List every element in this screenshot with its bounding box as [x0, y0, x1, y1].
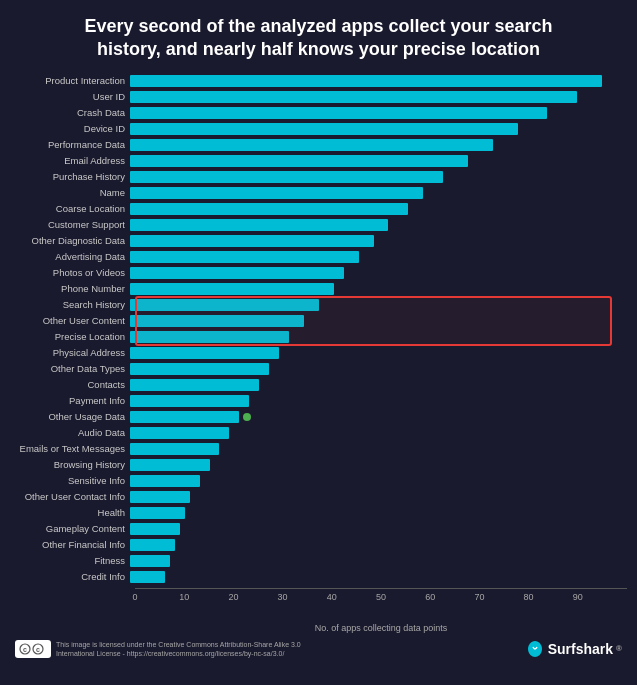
bar-fill: [130, 139, 493, 151]
bar-track: [130, 267, 627, 279]
bar-fill: [130, 507, 185, 519]
bar-fill: [130, 107, 547, 119]
bar-fill: [130, 363, 269, 375]
bar-fill: [130, 203, 408, 215]
bar-fill: [130, 91, 577, 103]
bar-fill: [130, 331, 289, 343]
bar-row: Email Address: [10, 154, 627, 168]
x-tick-label: 70: [474, 592, 484, 602]
bar-label: Product Interaction: [10, 75, 130, 86]
bar-row: Coarse Location: [10, 202, 627, 216]
bar-row: Advertising Data: [10, 250, 627, 264]
bar-row: Other User Content: [10, 314, 627, 328]
bar-track: [130, 539, 627, 551]
bar-track: [130, 107, 627, 119]
bar-row: Physical Address: [10, 346, 627, 360]
bar-track: [130, 475, 627, 487]
bar-fill: [130, 235, 374, 247]
bar-label: Purchase History: [10, 171, 130, 182]
bar-fill: [130, 395, 249, 407]
bar-label: Other Data Types: [10, 363, 130, 374]
title-line1: Every second of the analyzed apps collec…: [84, 16, 552, 36]
bar-fill: [130, 267, 344, 279]
bar-track: [130, 139, 627, 151]
x-tick-label: 90: [573, 592, 583, 602]
bar-label: User ID: [10, 91, 130, 102]
x-axis-title: No. of apps collecting data points: [135, 623, 627, 633]
surfshark-logo: Surfshark®: [525, 639, 622, 659]
bar-track: [130, 235, 627, 247]
bar-row: Credit Info: [10, 570, 627, 584]
bar-label: Contacts: [10, 379, 130, 390]
cc-icon: c c: [15, 640, 51, 658]
bar-fill: [130, 75, 602, 87]
bar-row: Emails or Text Messages: [10, 442, 627, 456]
bar-row: Device ID: [10, 122, 627, 136]
bar-label: Email Address: [10, 155, 130, 166]
bar-label: Precise Location: [10, 331, 130, 342]
bar-label: Physical Address: [10, 347, 130, 358]
brand-name: Surfshark: [548, 641, 613, 657]
bar-track: [130, 187, 627, 199]
bar-label: Other Usage Data: [10, 411, 130, 422]
bar-label: Gameplay Content: [10, 523, 130, 534]
x-tick-label: 60: [425, 592, 435, 602]
bar-label: Audio Data: [10, 427, 130, 438]
bar-label: Sensitive Info: [10, 475, 130, 486]
bar-fill: [130, 171, 443, 183]
bar-label: Name: [10, 187, 130, 198]
bar-track: [130, 347, 627, 359]
bar-row: Search History: [10, 298, 627, 312]
bar-row: Other Financial Info: [10, 538, 627, 552]
bar-row: Other Usage Data: [10, 410, 627, 424]
bar-row: Product Interaction: [10, 74, 627, 88]
bar-row: Payment Info: [10, 394, 627, 408]
bar-label: Advertising Data: [10, 251, 130, 262]
x-tick-label: 20: [228, 592, 238, 602]
bar-track: [130, 203, 627, 215]
bar-fill: [130, 571, 165, 583]
bar-row: Performance Data: [10, 138, 627, 152]
footer: c c This image is licensed under the Cre…: [10, 639, 627, 659]
bar-fill: [130, 251, 359, 263]
bar-label: Payment Info: [10, 395, 130, 406]
x-tick-label: 40: [327, 592, 337, 602]
title-line2: history, and nearly half knows your prec…: [97, 39, 540, 59]
bar-fill: [130, 155, 468, 167]
bar-label: Crash Data: [10, 107, 130, 118]
x-tick-label: 10: [179, 592, 189, 602]
bar-track: [130, 459, 627, 471]
bar-row: Name: [10, 186, 627, 200]
bar-row: Other Diagnostic Data: [10, 234, 627, 248]
bar-fill: [130, 443, 219, 455]
bar-track: [130, 363, 627, 375]
bar-row: User ID: [10, 90, 627, 104]
bar-track: [130, 315, 627, 327]
bar-row: Sensitive Info: [10, 474, 627, 488]
bar-track: [130, 491, 627, 503]
bar-track: [130, 411, 627, 423]
bar-track: [130, 379, 627, 391]
dot-indicator: [243, 413, 251, 421]
bar-track: [130, 219, 627, 231]
bar-track: [130, 155, 627, 167]
bar-track: [130, 299, 627, 311]
bar-track: [130, 123, 627, 135]
bar-label: Other Financial Info: [10, 539, 130, 550]
bar-row: Other Data Types: [10, 362, 627, 376]
bar-label: Fitness: [10, 555, 130, 566]
bar-row: Customer Support: [10, 218, 627, 232]
bar-fill: [130, 379, 259, 391]
x-tick-label: 30: [278, 592, 288, 602]
bar-fill: [130, 459, 210, 471]
svg-text:c: c: [36, 646, 40, 653]
bar-fill: [130, 411, 239, 423]
chart-container: Every second of the analyzed apps collec…: [0, 0, 637, 685]
x-tick-label: 80: [524, 592, 534, 602]
bar-label: Customer Support: [10, 219, 130, 230]
bar-track: [130, 331, 627, 343]
bar-row: Fitness: [10, 554, 627, 568]
bar-label: Browsing History: [10, 459, 130, 470]
bar-fill: [130, 315, 304, 327]
bar-row: Gameplay Content: [10, 522, 627, 536]
